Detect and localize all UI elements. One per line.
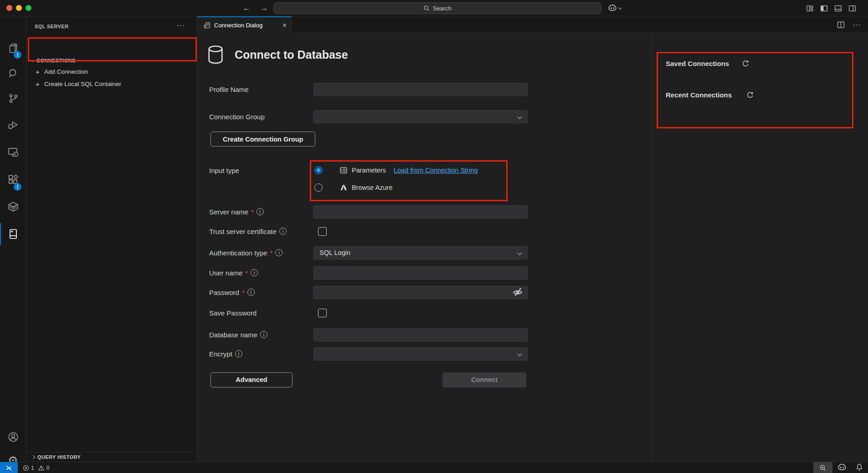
encrypt-row: Encrypt i [209,347,528,361]
customize-layout-icon[interactable] [806,5,814,12]
required-asterisk: * [245,269,248,277]
info-icon[interactable]: i [275,249,282,256]
toggle-panel-icon[interactable] [834,5,842,12]
accounts-icon[interactable] [7,431,19,443]
tab-connection-dialog[interactable]: Connection Dialog × [197,16,292,33]
tab-bar: Connection Dialog × ··· [197,16,868,33]
server-name-row: Server name * i [209,205,528,219]
parameters-option-label: Parameters [352,167,386,174]
info-icon[interactable]: i [260,331,267,338]
connections-section-header[interactable]: CONNECTIONS [26,56,197,66]
sidebar-item-add-connection[interactable]: + Add Connection [26,66,197,78]
input-type-option-parameters[interactable]: Parameters Load from Connection String [313,163,478,178]
dialog-heading: Connect to Database [207,45,348,65]
radio-selected-icon[interactable] [314,166,323,174]
right-panel-divider [652,33,652,462]
sidebar-more-actions-icon[interactable]: ··· [176,21,185,30]
connection-group-select[interactable] [313,110,528,123]
toggle-password-visibility-icon[interactable] [512,287,523,298]
minimize-window-button[interactable] [16,5,22,11]
profile-name-input[interactable] [313,83,528,96]
navigate-back-icon[interactable]: ← [243,0,251,16]
advanced-button[interactable]: Advanced [211,372,293,387]
command-center-search[interactable]: Search [273,2,601,14]
save-password-row: Save Password [209,306,528,320]
refresh-icon[interactable] [742,60,750,67]
password-row: Password * i [209,285,528,299]
saved-connections-label: Saved Connections [666,60,729,67]
input-type-option-browse-azure[interactable]: Browse Azure [313,180,478,195]
close-window-button[interactable] [6,5,12,11]
activity-bar: 1 1 ⚙ [0,16,26,462]
user-name-input[interactable] [313,266,528,280]
profile-name-row: Profile Name [209,82,528,96]
database-name-row: Database name i [209,328,528,341]
browse-azure-option-label: Browse Azure [352,184,392,191]
refresh-icon[interactable] [746,91,754,99]
warnings-count: 0 [46,465,50,471]
toggle-secondary-sidebar-icon[interactable] [848,5,856,12]
sidebar-title-row: SQL SERVER [26,16,197,36]
zoom-status-item[interactable] [813,462,832,473]
password-input[interactable] [313,286,528,299]
authentication-type-row: Authentication type * i SQL Login [209,246,528,259]
sql-server-icon[interactable] [7,228,19,240]
run-debug-icon[interactable] [7,119,19,131]
database-name-label: Database name [209,331,257,339]
tab-label: Connection Dialog [214,22,262,29]
database-name-input[interactable] [313,328,528,341]
database-icon [207,45,224,64]
parameters-icon [339,166,348,174]
vscode-window: ← → Search 1 1 ⚙ S [0,0,868,473]
server-name-label: Server name [209,208,248,216]
notifications-bell-icon[interactable] [855,463,863,472]
copilot-menu[interactable] [608,4,621,13]
tab-close-icon[interactable]: × [282,22,287,29]
required-asterisk: * [242,289,245,296]
connection-dialog-tab-icon [203,22,211,29]
editor-more-actions-icon[interactable]: ··· [853,21,862,29]
azure-icon [339,183,348,192]
profile-name-label: Profile Name [209,86,249,93]
copilot-status-icon[interactable] [837,463,847,472]
split-editor-icon[interactable] [837,21,845,29]
explorer-badge: 1 [14,51,21,59]
dialog-title: Connect to Database [235,48,348,61]
remote-explorer-icon[interactable] [7,146,19,158]
form-buttons-row: Advanced Connect [209,372,528,387]
search-placeholder: Search [433,5,452,12]
connect-button[interactable]: Connect [442,372,526,387]
create-connection-group-button[interactable]: Create Connection Group [211,132,315,147]
toggle-primary-sidebar-icon[interactable] [820,5,828,12]
maximize-window-button[interactable] [26,5,31,11]
save-password-checkbox[interactable] [318,309,327,317]
query-history-section-header[interactable]: QUERY HISTORY [26,452,197,462]
container-tools-icon[interactable] [7,201,19,213]
load-from-connection-string-link[interactable]: Load from Connection String [394,167,478,174]
server-name-input[interactable] [313,205,528,219]
remote-indicator[interactable] [0,462,18,473]
trust-certificate-checkbox[interactable] [318,227,327,236]
source-control-icon[interactable] [7,92,19,104]
create-local-sql-container-label: Create Local SQL Container [44,81,121,87]
save-password-label: Save Password [209,309,257,317]
recent-connections-header: Recent Connections [666,88,754,101]
encrypt-select[interactable] [313,347,528,361]
connections-section-label: CONNECTIONS [36,58,76,63]
connection-dialog-webview: Connect to Database Profile Name Connect… [197,33,868,462]
navigate-forward-icon[interactable]: → [260,0,268,16]
plus-icon: + [36,80,44,88]
info-icon[interactable]: i [257,208,264,215]
info-icon[interactable]: i [247,289,255,296]
connection-group-row: Connection Group [209,110,528,123]
info-icon[interactable]: i [279,228,287,235]
info-icon[interactable]: i [235,350,242,357]
search-sidebar-icon[interactable] [7,67,19,79]
problems-status[interactable]: 1 0 [23,462,49,473]
radio-unselected-icon[interactable] [314,183,323,192]
sidebar-item-create-local-sql-container[interactable]: + Create Local SQL Container [26,78,197,90]
info-icon[interactable]: i [251,269,258,276]
authentication-type-select[interactable]: SQL Login [313,246,528,259]
trust-certificate-label: Trust server certificate [209,228,277,235]
chevron-down-icon [618,5,622,9]
